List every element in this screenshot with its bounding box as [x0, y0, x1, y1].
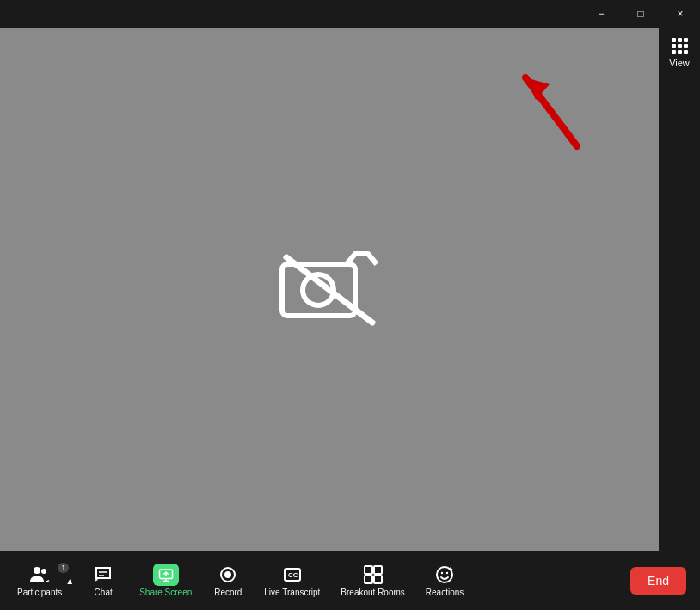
svg-marker-5	[525, 77, 550, 100]
record-label: Record	[214, 588, 242, 597]
svg-rect-17	[365, 566, 372, 574]
arrow-annotation	[508, 60, 611, 163]
chat-label: Chat	[95, 588, 113, 597]
minimize-button[interactable]: −	[581, 0, 621, 28]
bottom-toolbar: 1 Participants ▲ Chat	[0, 551, 700, 610]
main-video-area	[0, 28, 659, 551]
reactions-icon	[434, 564, 455, 585]
svg-point-6	[34, 567, 40, 574]
svg-point-14	[224, 571, 231, 578]
svg-rect-20	[374, 576, 382, 583]
live-transcript-button[interactable]: CC Live Transcript	[254, 559, 330, 602]
chat-icon	[93, 564, 114, 585]
record-button[interactable]: Record	[202, 559, 254, 602]
maximize-button[interactable]: □	[621, 0, 660, 28]
breakout-rooms-icon	[363, 564, 384, 585]
camera-off-icon	[273, 247, 385, 333]
breakout-rooms-button[interactable]: Breakout Rooms	[330, 559, 414, 602]
share-screen-icon	[156, 564, 176, 585]
svg-point-23	[446, 572, 448, 574]
grid-view-icon	[672, 38, 688, 54]
right-panel: View	[659, 28, 700, 551]
svg-line-2	[286, 257, 372, 323]
share-screen-label: Share Screen	[139, 588, 192, 597]
svg-line-4	[525, 77, 577, 146]
svg-rect-18	[374, 566, 382, 574]
close-button[interactable]: ×	[660, 0, 700, 28]
record-icon	[218, 564, 238, 585]
reactions-button[interactable]: Reactions	[415, 559, 474, 602]
svg-point-22	[441, 572, 443, 574]
svg-rect-0	[282, 264, 355, 316]
svg-point-7	[41, 569, 46, 574]
end-button[interactable]: End	[630, 567, 686, 595]
breakout-rooms-label: Breakout Rooms	[341, 588, 404, 597]
view-button[interactable]: View	[666, 34, 693, 71]
participants-button[interactable]: 1 Participants	[7, 559, 72, 602]
share-screen-button[interactable]: Share Screen	[129, 559, 202, 602]
reactions-label: Reactions	[426, 588, 464, 597]
participants-label: Participants	[17, 588, 62, 597]
chat-button[interactable]: Chat	[77, 559, 129, 602]
title-bar-controls: − □ ×	[581, 0, 700, 28]
live-transcript-label: Live Transcript	[264, 588, 320, 597]
live-transcript-icon: CC	[282, 564, 303, 585]
title-bar: − □ ×	[0, 0, 700, 28]
svg-text:CC: CC	[288, 571, 298, 579]
svg-rect-19	[365, 576, 372, 583]
participants-icon	[29, 564, 50, 585]
view-label: View	[669, 58, 690, 68]
participants-count: 1	[58, 563, 69, 573]
